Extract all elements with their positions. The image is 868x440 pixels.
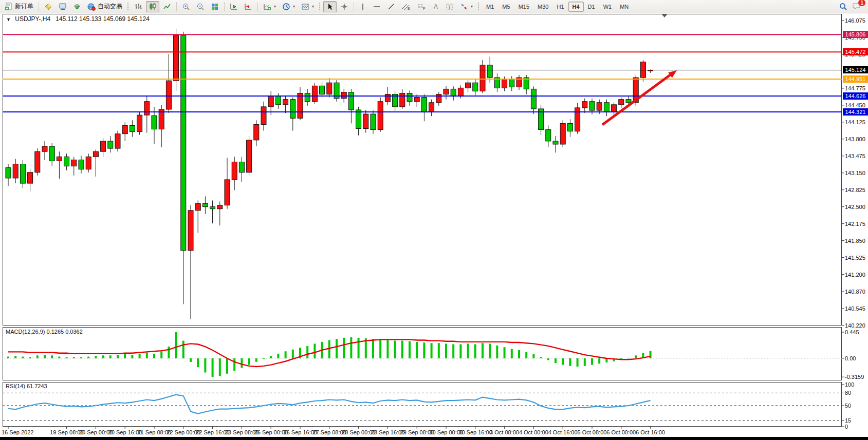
candle-body <box>298 93 303 119</box>
candle-body <box>261 107 266 124</box>
candle-body <box>378 102 383 130</box>
candle-body <box>327 83 332 94</box>
candle-body <box>93 151 98 157</box>
candle-body <box>195 204 200 211</box>
candle-body <box>225 180 230 205</box>
candle-body <box>312 86 317 101</box>
symbol-collapse-icon[interactable]: ▼ <box>6 17 11 22</box>
candle-body <box>597 103 602 110</box>
candle-body <box>166 81 171 109</box>
candle-body <box>619 100 624 105</box>
candle-body <box>28 173 33 183</box>
candle-body <box>421 98 427 112</box>
candle-body <box>509 79 514 87</box>
candle-body <box>487 65 492 78</box>
candle-body <box>553 141 558 144</box>
candle-body <box>466 83 471 88</box>
candle-body <box>254 124 259 140</box>
candle-body <box>407 93 412 102</box>
chart-title: ▼ USDJPY-,H4 145.112 145.133 145.069 145… <box>6 15 150 23</box>
candle-body <box>57 157 62 161</box>
candle-body <box>531 89 536 109</box>
rsi-line <box>8 395 651 414</box>
candle-body <box>473 83 478 91</box>
candle-body <box>130 125 135 131</box>
candle-body <box>188 211 193 251</box>
candle-body <box>137 115 142 131</box>
candle-body <box>305 93 310 102</box>
candle-body <box>400 93 405 107</box>
candle-body <box>115 134 120 148</box>
candle-body <box>174 35 179 81</box>
candle-body <box>283 100 288 105</box>
candle-body <box>232 162 237 179</box>
candle-body <box>502 79 507 88</box>
candle-body <box>64 157 69 166</box>
candle-body <box>385 94 390 102</box>
candle-body <box>6 168 11 178</box>
candle-body <box>71 160 77 166</box>
candle-body <box>122 125 127 133</box>
chart-symbol: USDJPY-,H4 <box>15 15 50 23</box>
candle-body <box>444 89 449 94</box>
candle-body <box>429 103 434 112</box>
candle-body <box>210 207 215 209</box>
candle-body <box>144 102 150 115</box>
candle-body <box>181 35 186 251</box>
candle-body <box>640 62 645 78</box>
candle-body <box>546 130 551 141</box>
candle-body <box>49 146 54 161</box>
candle-body <box>202 204 208 207</box>
candle-body <box>217 205 223 209</box>
candle-body <box>371 114 376 129</box>
chart-canvas <box>0 0 868 440</box>
candle-body <box>612 105 617 112</box>
rsi-label: RSI(14) 61.7243 <box>6 383 47 389</box>
candle-body <box>13 164 18 178</box>
candle-body <box>348 92 354 109</box>
candle-body <box>152 116 157 129</box>
macd-label: MACD(12,26,9) 0.1265 0.0362 <box>6 329 83 335</box>
candle-body <box>268 97 273 107</box>
candle-body <box>575 108 580 131</box>
candle-body <box>20 164 25 183</box>
candle-body <box>414 98 419 102</box>
candle-body <box>604 103 609 112</box>
candle-body <box>480 65 485 91</box>
candle-body <box>567 123 572 131</box>
candle-body <box>101 141 106 151</box>
chart-shift-marker-icon[interactable] <box>661 14 668 17</box>
candle-body <box>290 100 296 119</box>
candle-body <box>79 160 84 169</box>
candle-body <box>626 100 631 103</box>
candle-body <box>275 97 281 105</box>
candle-body <box>363 114 368 128</box>
candle-body <box>108 141 113 148</box>
candle-body <box>86 157 91 169</box>
candle-body <box>35 151 40 173</box>
candle-body <box>589 102 595 110</box>
candle-body <box>247 140 252 173</box>
candle-body <box>42 146 47 151</box>
candle-body <box>458 88 463 96</box>
candle-body <box>560 123 565 144</box>
candle-body <box>320 86 325 94</box>
candle-body <box>356 110 361 129</box>
candle-body <box>239 162 244 172</box>
chart-ohlc-readout: 145.112 145.133 145.069 145.124 <box>56 15 150 23</box>
candle-body <box>582 102 587 108</box>
candle-body <box>436 94 441 103</box>
candle-body <box>451 89 456 96</box>
candle-body <box>341 92 346 98</box>
